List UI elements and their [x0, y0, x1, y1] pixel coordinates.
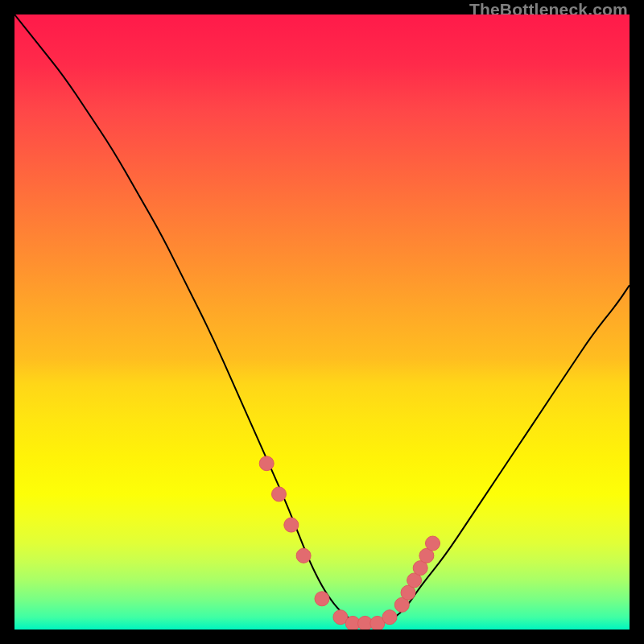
- marker-point: [296, 548, 311, 563]
- marker-point: [284, 518, 299, 532]
- marker-point: [426, 536, 440, 551]
- marker-point: [259, 456, 274, 471]
- bottleneck-curve: [14, 14, 630, 623]
- plot-area: [14, 14, 630, 630]
- marker-group: [259, 456, 440, 630]
- marker-point: [315, 592, 329, 606]
- marker-point: [272, 487, 287, 502]
- chart-frame: TheBottleneck.com: [0, 0, 644, 644]
- marker-point: [382, 610, 397, 625]
- curve-layer: [14, 14, 630, 630]
